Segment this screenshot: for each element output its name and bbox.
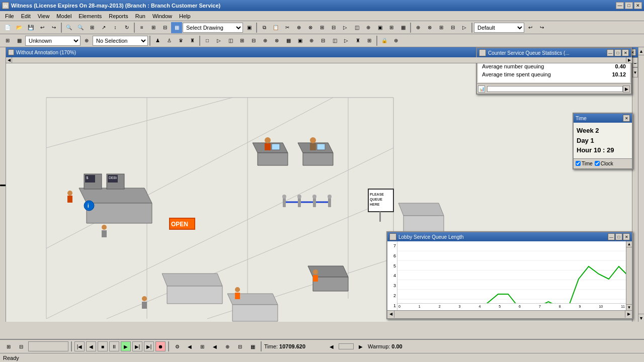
arrow-button[interactable]: ↕ (110, 22, 121, 33)
tool18[interactable]: ⊞ (436, 22, 447, 33)
tool4[interactable]: ▦ (171, 22, 182, 33)
pb-start[interactable]: |◀ (74, 341, 85, 351)
pb-time-left[interactable]: ◀ (326, 341, 337, 352)
t2-2[interactable]: ▦ (14, 35, 25, 46)
menu-run[interactable]: Run (132, 13, 148, 20)
copy-button[interactable]: ⧉ (259, 22, 270, 33)
time-close[interactable]: ✕ (623, 115, 630, 122)
save-button[interactable]: 💾 (25, 22, 36, 33)
zoom-fit-button[interactable]: ⊞ (87, 22, 98, 33)
menu-edit[interactable]: Edit (18, 13, 34, 20)
t2-11[interactable]: ⊞ (236, 35, 248, 46)
pb-stop[interactable]: ■ (98, 341, 108, 351)
pb-tool3[interactable]: ⚙ (172, 341, 183, 352)
left-handle[interactable]: ▐ (0, 47, 6, 322)
pb-input[interactable] (28, 341, 68, 351)
menu-model[interactable]: Model (53, 13, 74, 20)
t2-21[interactable]: ♜ (352, 35, 363, 46)
pb-tool6[interactable]: ◀ (209, 341, 220, 352)
outer-scroll-up[interactable]: ▲ (638, 47, 644, 55)
outer-scroll-down[interactable]: ▼ (638, 314, 644, 322)
tool20[interactable]: ▷ (459, 22, 470, 33)
cut-button[interactable]: ✂ (282, 22, 293, 33)
drawing-dropdown[interactable]: Select Drawing (183, 23, 243, 33)
menu-window[interactable]: Window (149, 13, 175, 20)
new-button[interactable]: 📄 (2, 22, 13, 33)
stats-max[interactable]: □ (614, 49, 621, 56)
tool15[interactable]: ▦ (397, 22, 409, 33)
tool21[interactable]: ↩ (525, 22, 536, 33)
t2-14[interactable]: ⊗ (271, 35, 282, 46)
t2-13[interactable]: ⊕ (260, 35, 271, 46)
tool3[interactable]: ⊟ (159, 22, 171, 33)
t2-4[interactable]: ♟ (152, 35, 163, 46)
queue-close[interactable]: ✕ (623, 233, 630, 240)
t2-17[interactable]: ⊕ (306, 35, 317, 46)
t2-8[interactable]: □ (202, 35, 213, 46)
pb-prev[interactable]: ◀ (86, 341, 96, 351)
queue-scroll-left[interactable]: ◀ (387, 311, 394, 318)
queue-scroll-down[interactable]: ▼ (626, 304, 632, 310)
tool10[interactable]: ▷ (340, 22, 351, 33)
queue-min[interactable]: — (608, 233, 615, 240)
t2-5[interactable]: ♙ (164, 35, 175, 46)
menu-elements[interactable]: Elements (75, 13, 105, 20)
pb-time-right[interactable]: ▶ (355, 341, 366, 352)
minimize-button[interactable]: — (616, 2, 624, 9)
stats-close[interactable]: ✕ (622, 49, 629, 56)
maximize-button[interactable]: □ (625, 2, 633, 9)
tool12[interactable]: ⊕ (363, 22, 374, 33)
queue-scroll-right[interactable]: ▶ (625, 311, 632, 318)
hscroll-left[interactable]: ◀ (6, 57, 12, 63)
open-button[interactable]: 📂 (14, 22, 25, 33)
t2-12[interactable]: ⊟ (248, 35, 259, 46)
pb-record[interactable]: ⏺ (155, 341, 166, 351)
tool14[interactable]: ⊞ (386, 22, 397, 33)
t2-1[interactable]: ⊞ (2, 35, 13, 46)
pb-play[interactable]: ▶ (121, 341, 131, 351)
tool7[interactable]: ⊗ (305, 22, 316, 33)
paste-button[interactable]: 📋 (270, 22, 281, 33)
tool16[interactable]: ⊕ (413, 22, 424, 33)
tool6[interactable]: ⊕ (293, 22, 304, 33)
pb-pause[interactable]: ⏸ (109, 341, 119, 351)
t2-22[interactable]: ⊞ (364, 35, 375, 46)
zoom-out-button[interactable]: 🔍 (75, 22, 86, 33)
queue-scroll-up[interactable]: ▲ (626, 241, 632, 247)
t2-9[interactable]: ▷ (213, 35, 224, 46)
no-selection-dropdown[interactable]: No Selection (93, 36, 148, 46)
unknown-dropdown[interactable]: Unknown (25, 36, 80, 46)
pb-tool5[interactable]: ⊞ (197, 341, 208, 352)
tool5[interactable]: ▣ (244, 22, 255, 33)
default-dropdown[interactable]: Default (474, 23, 524, 33)
t2-24[interactable]: ⊕ (390, 35, 401, 46)
t2-19[interactable]: ◫ (329, 35, 340, 46)
pb-tool8[interactable]: ⊟ (234, 341, 246, 352)
menu-help[interactable]: Help (176, 13, 194, 20)
t2-23[interactable]: 🔒 (379, 35, 390, 46)
rotate-button[interactable]: ↻ (121, 22, 132, 33)
pb-tool4[interactable]: ◀ (184, 341, 195, 352)
t2-7[interactable]: ♜ (187, 35, 198, 46)
t2-15[interactable]: ▦ (283, 35, 294, 46)
clock-checkbox[interactable] (595, 161, 600, 166)
close-button[interactable]: ✕ (634, 2, 642, 9)
t2-6[interactable]: ♛ (175, 35, 186, 46)
tool11[interactable]: ◫ (351, 22, 362, 33)
queue-hscroll-track[interactable] (394, 311, 625, 317)
move-button[interactable]: ↗ (98, 22, 109, 33)
t2-16[interactable]: ▣ (294, 35, 305, 46)
menu-reports[interactable]: Reports (106, 13, 131, 20)
t2-3[interactable]: ⊕ (81, 35, 92, 46)
hscroll-track[interactable] (12, 57, 626, 63)
tool22[interactable]: ↪ (536, 22, 547, 33)
canvas-hscrollbar[interactable]: ◀ ▶ (6, 57, 632, 63)
time-checkbox[interactable] (576, 161, 581, 166)
t2-10[interactable]: ◫ (225, 35, 236, 46)
pb-tool1[interactable]: ⊞ (3, 341, 14, 352)
queue-scrollbar[interactable]: ▲ ▼ (626, 241, 632, 310)
tool19[interactable]: ⊟ (447, 22, 458, 33)
hscroll-right[interactable]: ▶ (626, 57, 632, 63)
menu-view[interactable]: View (35, 13, 53, 20)
t2-20[interactable]: ▷ (341, 35, 352, 46)
